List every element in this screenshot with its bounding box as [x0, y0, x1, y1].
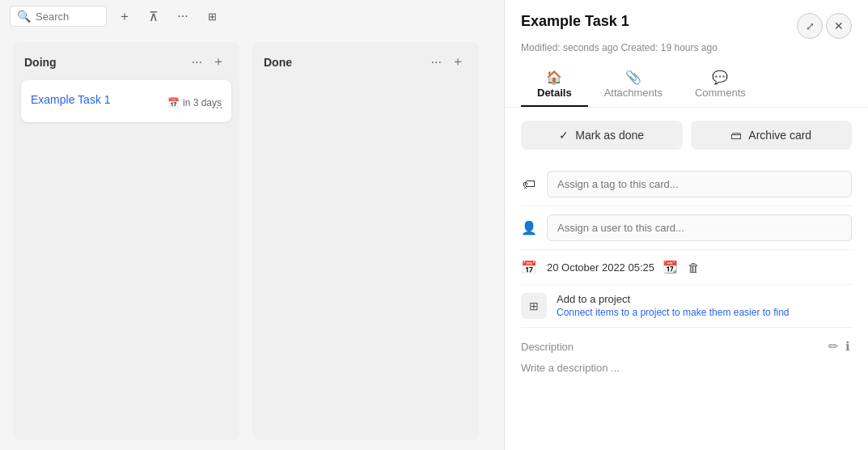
calendar-icon: 📅 — [167, 97, 180, 108]
more-icon[interactable]: ··· — [171, 5, 194, 28]
date-field: 📅 20 October 2022 05:25 📆 🗑 — [521, 250, 852, 285]
column-done: Done ··· ＋ — [252, 42, 479, 440]
detail-title: Example Task 1 — [521, 13, 629, 30]
column-title-doing: Doing — [24, 56, 57, 69]
close-panel-button[interactable]: ✕ — [826, 13, 852, 39]
column-add-doing[interactable]: ＋ — [209, 52, 228, 72]
mark-done-button[interactable]: ✓ Mark as done — [521, 121, 683, 150]
card-title: Example Task 1 — [31, 93, 111, 106]
tab-comments[interactable]: 💬 Comments — [679, 63, 762, 107]
card-example-task-1[interactable]: Example Task 1 📅 in 3 days ··· — [21, 80, 231, 122]
detail-body: ✓ Mark as done 🗃 Archive card 🏷 👤 📅 20 O… — [505, 108, 868, 450]
projects-glyph: ⊞ — [529, 299, 539, 312]
search-box[interactable]: 🔍 — [10, 6, 107, 27]
board-toolbar: 🔍 ＋ ⊼ ··· ⊞ — [0, 0, 504, 32]
project-text: Add to a project Connect items to a proj… — [557, 293, 852, 318]
tab-attachments-label: Attachments — [604, 87, 663, 99]
view-icon[interactable]: ⊞ — [201, 5, 223, 28]
detail-panel: Example Task 1 ⤢ ✕ Modified: seconds ago… — [504, 0, 868, 450]
description-header: Description ✏ ℹ — [521, 338, 852, 355]
column-more-done[interactable]: ··· — [428, 53, 445, 71]
date-delete-button[interactable]: 🗑 — [686, 259, 701, 276]
detail-header: Example Task 1 ⤢ ✕ Modified: seconds ago… — [505, 0, 868, 108]
description-actions: ✏ ℹ — [827, 338, 852, 355]
archive-icon: 🗃 — [730, 129, 742, 142]
archive-card-button[interactable]: 🗃 Archive card — [691, 121, 853, 150]
project-field[interactable]: ⊞ Add to a project Connect items to a pr… — [521, 285, 852, 328]
user-icon: 👤 — [521, 220, 537, 236]
description-section: Description ✏ ℹ Write a description ... — [521, 328, 852, 384]
tag-input[interactable] — [547, 171, 852, 197]
close-icon: ✕ — [834, 19, 844, 32]
column-more-doing[interactable]: ··· — [188, 53, 205, 71]
checkmark-icon: ✓ — [559, 129, 569, 142]
tab-comments-label: Comments — [695, 87, 746, 99]
detail-tabs: 🏠 Details 📎 Attachments 💬 Comments — [521, 63, 852, 107]
card-more-button[interactable]: ··· — [211, 99, 223, 116]
filter-icon[interactable]: ⊼ — [142, 5, 165, 28]
column-actions-doing: ··· ＋ — [188, 52, 228, 72]
column-doing: Doing ··· ＋ Example Task 1 📅 in 3 days ·… — [13, 42, 239, 440]
paperclip-icon: 📎 — [625, 70, 641, 85]
column-header-done: Done ··· ＋ — [260, 50, 471, 74]
description-placeholder[interactable]: Write a description ... — [521, 362, 852, 374]
home-icon: 🏠 — [546, 70, 562, 85]
project-icon: ⊞ — [521, 293, 547, 319]
tab-attachments[interactable]: 📎 Attachments — [588, 63, 679, 107]
date-calendar-button[interactable]: 📆 — [661, 258, 680, 276]
action-buttons: ✓ Mark as done 🗃 Archive card — [521, 121, 852, 150]
detail-meta: Modified: seconds ago Created: 19 hours … — [521, 42, 852, 53]
user-field: 👤 — [521, 206, 852, 250]
add-icon[interactable]: ＋ — [113, 5, 136, 28]
column-add-done[interactable]: ＋ — [448, 52, 468, 72]
open-external-button[interactable]: ⤢ — [797, 13, 823, 39]
search-icon: 🔍 — [17, 10, 31, 23]
column-header-doing: Doing ··· ＋ — [21, 50, 231, 74]
date-icon: 📅 — [521, 259, 537, 275]
detail-title-row: Example Task 1 ⤢ ✕ — [521, 13, 852, 39]
trash-icon: 🗑 — [688, 261, 700, 274]
mark-done-label: Mark as done — [575, 129, 644, 142]
detail-header-actions: ⤢ ✕ — [797, 13, 852, 39]
search-input[interactable] — [36, 11, 100, 23]
project-title: Add to a project — [557, 293, 852, 305]
description-label: Description — [521, 341, 574, 353]
date-content: 20 October 2022 05:25 📆 🗑 — [547, 258, 852, 276]
user-input[interactable] — [547, 214, 852, 241]
date-value: 20 October 2022 05:25 — [547, 261, 654, 274]
tag-icon: 🏷 — [521, 176, 537, 193]
tag-field: 🏷 — [521, 163, 852, 206]
card-meta: Example Task 1 📅 in 3 days — [31, 93, 222, 112]
external-link-icon: ⤢ — [806, 20, 815, 32]
tab-details[interactable]: 🏠 Details — [521, 63, 588, 107]
description-info-button[interactable]: ℹ — [844, 338, 852, 355]
calendar-picker-icon: 📆 — [663, 260, 678, 274]
column-actions-done: ··· ＋ — [428, 52, 468, 72]
board-area: 🔍 ＋ ⊼ ··· ⊞ Doing ··· ＋ Example Task 1 — [0, 0, 504, 450]
project-subtitle: Connect items to a project to make them … — [557, 307, 852, 318]
comment-icon: 💬 — [712, 70, 728, 85]
board-columns: Doing ··· ＋ Example Task 1 📅 in 3 days ·… — [0, 32, 504, 450]
column-title-done: Done — [264, 56, 292, 69]
tab-details-label: Details — [537, 87, 572, 99]
archive-label: Archive card — [748, 129, 811, 142]
description-edit-button[interactable]: ✏ — [827, 338, 840, 355]
